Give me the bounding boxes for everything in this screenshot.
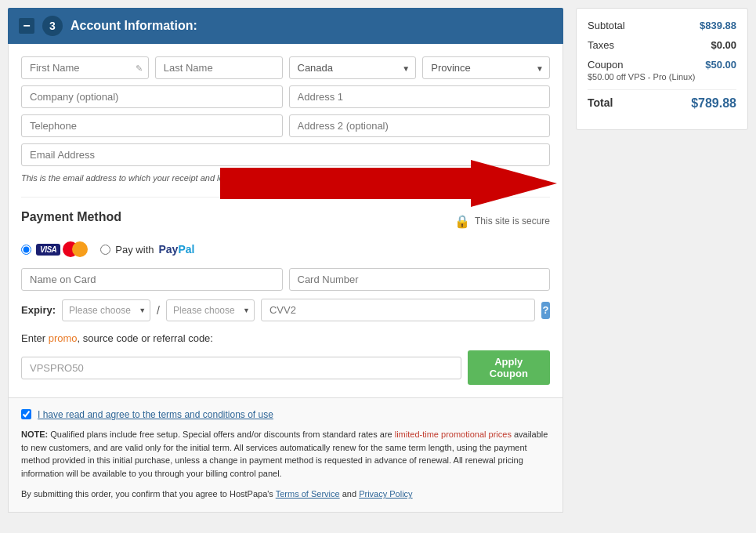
visa-logo: VISA: [36, 244, 60, 256]
account-form: ✎ Canada United States ▼ Province Ontari…: [8, 44, 563, 398]
note-body: Qualified plans include free setup. Spec…: [21, 430, 548, 478]
secure-text: This site is secure: [475, 216, 550, 227]
coupon-label: Coupon: [588, 59, 624, 71]
card-number-input[interactable]: [289, 268, 551, 291]
address2-input[interactable]: [289, 114, 551, 137]
expiry-separator: /: [157, 304, 160, 317]
policy-prefix: By submitting this order, you confirm th…: [21, 489, 276, 499]
last-name-input[interactable]: [155, 56, 283, 79]
coupon-description: $50.00 off VPS - Pro (Linux): [588, 72, 736, 82]
taxes-label: Taxes: [588, 39, 614, 51]
paypal-radio[interactable]: [100, 245, 110, 255]
and-text: and: [342, 489, 359, 499]
collapse-icon[interactable]: −: [19, 18, 34, 34]
subtotal-value: $839.88: [700, 20, 736, 31]
section-title: Account Information:: [71, 19, 197, 33]
footer-area: I have read and agree to the terms and c…: [8, 398, 563, 513]
terms-link[interactable]: I have read and agree to the terms and c…: [38, 409, 273, 420]
expiry-year-select[interactable]: Please choose 202420252026 202720282029: [166, 299, 255, 321]
address1-input[interactable]: [289, 85, 551, 108]
card-radio[interactable]: [21, 245, 31, 255]
payment-options: VISA Pay with PayPal: [21, 241, 550, 257]
paypal-payment-option[interactable]: Pay with PayPal: [100, 241, 194, 257]
policy-text: By submitting this order, you confirm th…: [21, 488, 550, 501]
payment-title: Payment Method: [21, 210, 121, 224]
company-input[interactable]: [21, 85, 283, 108]
paypal-text: Pay with: [115, 244, 154, 256]
section-header: − 3 Account Information:: [8, 8, 563, 44]
first-name-input[interactable]: [21, 56, 149, 79]
province-select[interactable]: Province Ontario Quebec: [422, 56, 550, 79]
expiry-label: Expiry:: [21, 304, 56, 316]
card-payment-option[interactable]: VISA: [21, 241, 88, 257]
secure-badge: 🔒 This site is secure: [454, 214, 550, 229]
subtotal-label: Subtotal: [588, 20, 625, 31]
apply-coupon-button[interactable]: Apply Coupon: [468, 350, 550, 385]
terms-checkbox[interactable]: [21, 409, 31, 419]
person-icon: ✎: [136, 63, 143, 73]
highlight-text: limited-time promotional prices: [395, 430, 512, 439]
lock-icon: 🔒: [454, 214, 470, 229]
promo-label: Enter promo, source code or referral cod…: [21, 332, 550, 344]
card-logos: VISA: [36, 241, 88, 257]
order-summary-panel: Subtotal $839.88 Taxes $0.00 Coupon $50.…: [576, 8, 748, 525]
total-label: Total: [588, 96, 613, 109]
section-number: 3: [42, 16, 63, 36]
paypal-logo: PayPal: [158, 243, 194, 256]
telephone-input[interactable]: [21, 114, 283, 137]
email-hint: This is the email address to which your …: [21, 172, 550, 184]
coupon-input[interactable]: [21, 357, 461, 379]
card-name-input[interactable]: [21, 268, 283, 291]
coupon-value: $50.00: [705, 59, 736, 71]
terms-of-service-link[interactable]: Terms of Service: [276, 489, 340, 499]
taxes-value: $0.00: [711, 39, 736, 51]
promo-link[interactable]: promo: [49, 332, 78, 344]
mastercard-logo: [63, 241, 88, 257]
privacy-policy-link[interactable]: Privacy Policy: [359, 489, 412, 499]
note-prefix: NOTE:: [21, 430, 48, 439]
country-select[interactable]: Canada United States: [289, 56, 417, 79]
expiry-month-wrapper: Please choose 010203 040506 070809 10111…: [62, 299, 150, 321]
cvv-help-button[interactable]: ?: [541, 302, 550, 319]
expiry-month-select[interactable]: Please choose 010203 040506 070809 10111…: [62, 299, 150, 321]
total-value: $789.88: [691, 96, 736, 111]
order-summary: Subtotal $839.88 Taxes $0.00 Coupon $50.…: [576, 8, 748, 130]
cvv-input[interactable]: [261, 299, 535, 321]
note-text: NOTE: Qualified plans include free setup…: [21, 428, 550, 480]
expiry-year-wrapper: Please choose 202420252026 202720282029 …: [166, 299, 255, 321]
email-input[interactable]: [21, 143, 550, 166]
